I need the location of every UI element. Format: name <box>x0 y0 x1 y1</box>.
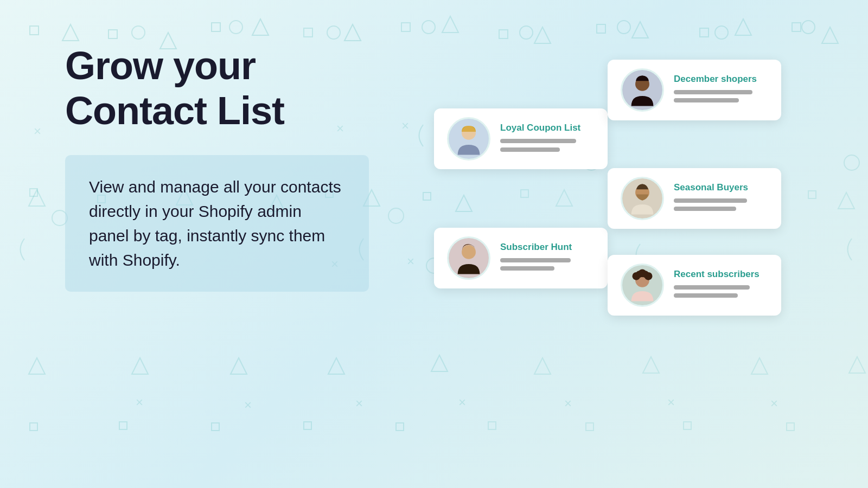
contact-info-subscriber: Subscriber Hunt <box>500 242 595 274</box>
contact-info-recent: Recent subscribers <box>674 269 768 301</box>
svg-marker-61 <box>29 358 45 374</box>
bar1-seasonal <box>674 198 747 203</box>
contact-info-loyal: Loyal Coupon List <box>500 123 595 156</box>
contact-name-seasonal: Seasonal Buyers <box>674 182 768 193</box>
svg-rect-47 <box>30 189 37 196</box>
card-december-shopers: December shopers <box>608 60 781 120</box>
svg-point-81 <box>462 126 476 140</box>
bar1-recent <box>674 285 750 290</box>
avatar-recent <box>621 264 664 307</box>
bar2-loyal <box>500 147 560 152</box>
contact-name-loyal: Loyal Coupon List <box>500 123 595 133</box>
card-subscriber-hunt: Subscriber Hunt <box>434 228 608 288</box>
contact-name-december: December shopers <box>674 74 768 85</box>
svg-marker-2 <box>252 19 269 35</box>
card-loyal-coupon: Loyal Coupon List <box>434 108 608 169</box>
svg-rect-72 <box>212 423 219 431</box>
svg-rect-71 <box>119 422 127 429</box>
bar1-subscriber <box>500 258 571 262</box>
svg-text:×: × <box>136 395 143 409</box>
avatar-december <box>621 68 664 112</box>
contact-name-recent: Recent subscribers <box>674 269 768 280</box>
contact-name-subscriber: Subscriber Hunt <box>500 242 595 253</box>
avatar-loyal <box>447 117 490 160</box>
card-recent-subscribers: Recent subscribers <box>608 255 781 316</box>
svg-rect-10 <box>108 30 117 38</box>
svg-text:×: × <box>244 397 252 412</box>
svg-text:×: × <box>34 124 41 138</box>
svg-point-93 <box>636 271 643 278</box>
svg-marker-63 <box>231 358 247 374</box>
bar1-december <box>674 90 752 94</box>
svg-point-18 <box>132 26 145 39</box>
contact-info-seasonal: Seasonal Buyers <box>674 182 768 215</box>
avatar-seasonal <box>621 177 664 220</box>
svg-rect-11 <box>212 23 220 31</box>
card-seasonal-buyers: Seasonal Buyers <box>608 168 781 229</box>
avatar-subscriber <box>447 236 490 280</box>
svg-rect-9 <box>30 26 39 35</box>
svg-marker-62 <box>132 358 148 374</box>
svg-marker-3 <box>344 24 361 41</box>
svg-marker-64 <box>328 358 344 374</box>
svg-marker-38 <box>29 190 45 206</box>
bar1-loyal <box>500 139 576 143</box>
page-title: Grow your Contact List <box>65 43 380 133</box>
bar2-seasonal <box>674 207 736 211</box>
svg-point-19 <box>229 21 242 34</box>
svg-point-83 <box>462 245 476 259</box>
bar2-subscriber <box>500 266 554 271</box>
svg-marker-0 <box>62 24 79 41</box>
svg-rect-73 <box>304 422 311 429</box>
bar2-december <box>674 98 739 102</box>
svg-point-20 <box>327 26 340 39</box>
svg-rect-70 <box>30 423 37 431</box>
svg-point-94 <box>642 271 649 278</box>
bar2-recent <box>674 293 738 298</box>
description-box: View and manage all your contacts direct… <box>65 155 369 292</box>
svg-text:×: × <box>355 396 363 410</box>
description-text: View and manage all your contacts direct… <box>89 175 345 272</box>
svg-rect-12 <box>304 28 312 37</box>
contact-info-december: December shopers <box>674 74 768 106</box>
